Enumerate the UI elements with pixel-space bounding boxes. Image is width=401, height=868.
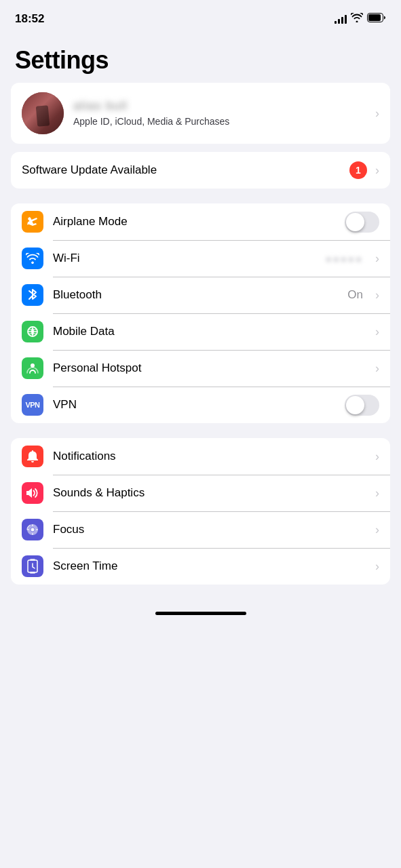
focus-row[interactable]: Focus › — [11, 511, 390, 548]
sounds-haptics-chevron: › — [375, 486, 379, 500]
wifi-value: ●●●●● — [326, 253, 363, 264]
avatar — [22, 92, 64, 134]
bluetooth-value: On — [347, 288, 363, 302]
screen-time-icon — [22, 555, 43, 577]
mobile-data-chevron: › — [375, 325, 379, 339]
vpn-icon: VPN — [22, 394, 43, 416]
sounds-haptics-label: Sounds & Haptics — [53, 486, 366, 500]
bluetooth-chevron: › — [375, 288, 379, 302]
notifications-row[interactable]: Notifications › — [11, 438, 390, 475]
mobile-data-label: Mobile Data — [53, 325, 366, 338]
screen-time-label: Screen Time — [53, 559, 366, 573]
notifications-label: Notifications — [53, 450, 366, 463]
personal-hotspot-row[interactable]: Personal Hotspot › — [11, 350, 390, 387]
airplane-mode-icon — [22, 211, 43, 233]
wifi-status-icon — [351, 13, 363, 25]
status-icons — [335, 13, 386, 25]
vpn-row[interactable]: VPN VPN — [11, 387, 390, 423]
notifications-chevron: › — [375, 450, 379, 464]
personal-hotspot-icon — [22, 357, 43, 379]
bluetooth-icon — [22, 284, 43, 306]
screen-time-row[interactable]: Screen Time › — [11, 548, 390, 585]
personal-hotspot-label: Personal Hotspot — [53, 361, 366, 375]
profile-name: alias bull — [73, 99, 366, 113]
battery-icon — [367, 13, 386, 25]
bluetooth-row[interactable]: Bluetooth On › — [11, 277, 390, 313]
page-title: Settings — [0, 34, 401, 83]
home-indicator — [155, 612, 246, 615]
airplane-mode-toggle[interactable] — [345, 212, 379, 233]
airplane-mode-label: Airplane Mode — [53, 215, 335, 229]
wifi-icon — [22, 248, 43, 269]
personal-hotspot-chevron: › — [375, 361, 379, 376]
svg-point-3 — [31, 528, 35, 532]
mobile-data-row[interactable]: Mobile Data › — [11, 313, 390, 350]
notifications-icon — [22, 446, 43, 467]
vpn-label: VPN — [53, 398, 335, 412]
wifi-row[interactable]: Wi-Fi ●●●●● › — [11, 240, 390, 277]
screen-time-chevron: › — [375, 559, 379, 574]
software-update-card[interactable]: Software Update Available 1 › — [11, 152, 390, 189]
profile-card[interactable]: alias bull Apple ID, iCloud, Media & Pur… — [11, 83, 390, 144]
svg-rect-1 — [368, 14, 381, 21]
wifi-chevron: › — [375, 252, 379, 266]
bluetooth-label: Bluetooth — [53, 288, 338, 302]
focus-chevron: › — [375, 523, 379, 537]
status-time: 18:52 — [15, 12, 44, 26]
wifi-label: Wi-Fi — [53, 252, 316, 265]
focus-icon — [22, 519, 43, 540]
status-bar: 18:52 — [0, 0, 401, 34]
notifications-section: Notifications › Sounds & Haptics › Focus… — [11, 438, 390, 585]
sounds-haptics-row[interactable]: Sounds & Haptics › — [11, 475, 390, 511]
signal-icon — [335, 14, 347, 24]
mobile-data-icon — [22, 321, 43, 342]
sounds-haptics-icon — [22, 482, 43, 504]
software-update-chevron: › — [375, 163, 379, 178]
software-update-badge: 1 — [349, 161, 367, 179]
profile-text: alias bull Apple ID, iCloud, Media & Pur… — [73, 99, 366, 127]
vpn-toggle[interactable] — [345, 395, 379, 416]
profile-row[interactable]: alias bull Apple ID, iCloud, Media & Pur… — [11, 83, 390, 144]
focus-label: Focus — [53, 523, 366, 536]
software-update-row[interactable]: Software Update Available 1 › — [11, 152, 390, 189]
profile-chevron: › — [375, 106, 379, 121]
software-update-label: Software Update Available — [22, 163, 341, 177]
profile-subtitle: Apple ID, iCloud, Media & Purchases — [73, 115, 366, 127]
airplane-mode-row[interactable]: Airplane Mode — [11, 203, 390, 240]
connectivity-section: Airplane Mode Wi-Fi ●●●●● › Bluetooth On… — [11, 203, 390, 423]
